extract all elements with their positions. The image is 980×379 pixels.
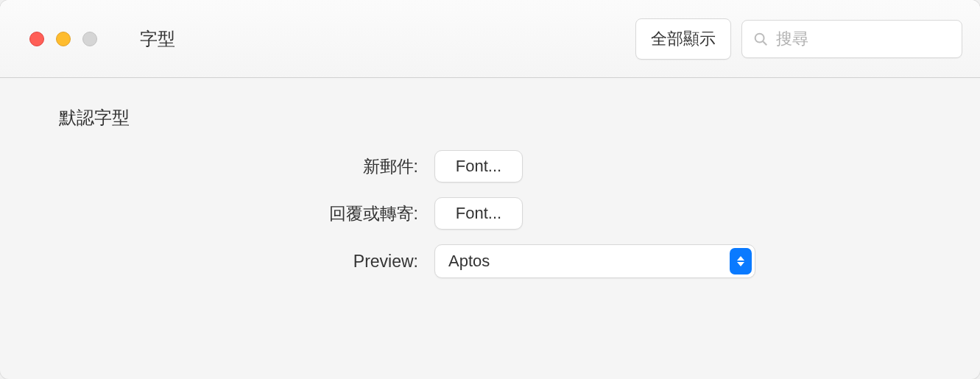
traffic-lights: [29, 32, 97, 46]
row-new-mail: 新郵件: Font...: [59, 150, 921, 183]
chevron-down-icon: [737, 262, 744, 266]
row-preview: Preview: Aptos: [59, 244, 921, 278]
preview-select-value: Aptos: [448, 252, 490, 271]
label-new-mail: 新郵件:: [59, 155, 434, 178]
row-reply-forward: 回覆或轉寄: Font...: [59, 197, 921, 230]
window-title: 字型: [140, 27, 175, 51]
zoom-window-button: [82, 32, 97, 46]
search-box[interactable]: [741, 20, 962, 58]
section-title: 默認字型: [59, 106, 921, 130]
toolbar: 字型 全部顯示: [0, 0, 980, 78]
label-reply-forward: 回覆或轉寄:: [59, 202, 434, 225]
label-preview: Preview:: [59, 252, 434, 272]
preview-select-wrap: Aptos: [434, 244, 755, 278]
search-icon: [752, 31, 769, 47]
font-button-reply-forward[interactable]: Font...: [434, 197, 523, 230]
preview-select[interactable]: Aptos: [434, 244, 755, 278]
chevron-up-icon: [737, 256, 744, 261]
show-all-button[interactable]: 全部顯示: [635, 18, 731, 60]
preferences-window: 字型 全部顯示 默認字型 新郵件: Font... 回覆或轉寄: Font...: [0, 0, 980, 379]
svg-line-1: [763, 41, 766, 45]
font-button-new-mail[interactable]: Font...: [434, 150, 523, 183]
form-rows: 新郵件: Font... 回覆或轉寄: Font... Preview: Apt…: [59, 150, 921, 278]
content-area: 默認字型 新郵件: Font... 回覆或轉寄: Font... Preview…: [0, 78, 980, 306]
svg-point-0: [755, 33, 764, 42]
search-input[interactable]: [776, 29, 951, 49]
minimize-window-button[interactable]: [56, 32, 71, 46]
select-stepper-icon[interactable]: [730, 248, 752, 274]
toolbar-right: 全部顯示: [635, 18, 962, 60]
close-window-button[interactable]: [29, 32, 44, 46]
